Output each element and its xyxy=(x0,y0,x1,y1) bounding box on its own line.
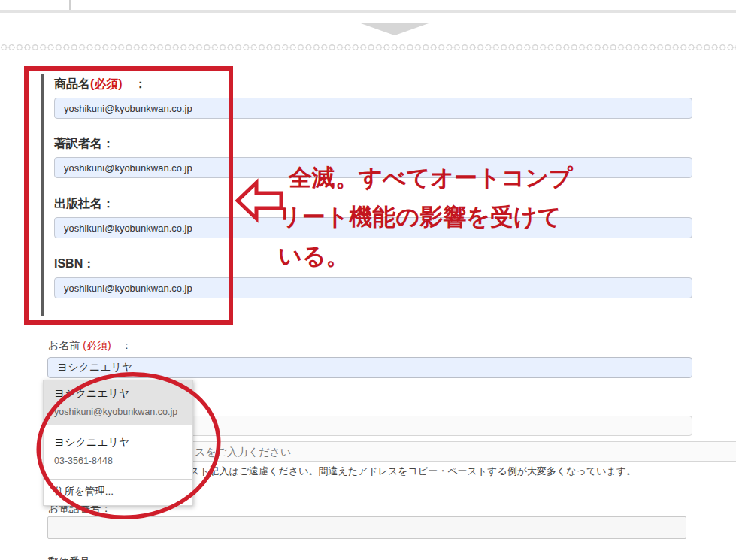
left-arrow-annotation-icon xyxy=(238,183,281,219)
suggestion-name: ヨシクニエリヤ xyxy=(54,436,182,450)
isbn-input[interactable] xyxy=(54,277,692,298)
required-badge: (必須) xyxy=(90,77,123,90)
autofill-suggestion[interactable]: ヨシクニエリヤ yoshikuni@kyobunkwan.co.jp xyxy=(44,380,192,425)
phone-input[interactable] xyxy=(47,516,686,539)
manage-addresses-item[interactable]: 住所を管理... xyxy=(44,479,192,505)
product-name-label-text: 商品名 xyxy=(54,77,90,90)
autofill-suggestion[interactable]: ヨシクニエリヤ 03-3561-8448 xyxy=(44,425,192,479)
name-input[interactable] xyxy=(47,357,692,378)
isbn-label: ISBN： xyxy=(54,256,95,272)
name-label: お名前 (必須) ： xyxy=(48,339,132,353)
top-section-divider xyxy=(0,10,736,13)
product-name-label: 商品名(必須) ： xyxy=(54,77,147,92)
author-input[interactable] xyxy=(54,157,692,178)
publisher-input[interactable] xyxy=(54,217,692,238)
suggestion-name: ヨシクニエリヤ xyxy=(54,387,182,401)
scroll-down-arrow-icon xyxy=(359,23,431,35)
annotation-line: いる。 xyxy=(278,237,573,276)
suggestion-detail: 03-3561-8448 xyxy=(54,456,182,466)
blockquote-bar xyxy=(41,74,44,316)
author-label: 著訳者名： xyxy=(54,136,114,152)
autofill-dropdown: ヨシクニエリヤ yoshikuni@kyobunkwan.co.jp ヨシクニエ… xyxy=(43,380,193,506)
label-colon: ： xyxy=(123,77,147,90)
suggestion-detail: yoshikuni@kyobunkwan.co.jp xyxy=(54,407,182,417)
publisher-label: 出版社名： xyxy=(54,196,114,212)
name-label-text: お名前 xyxy=(48,339,83,351)
top-box-edge xyxy=(69,0,71,10)
page: 商品名(必須) ： 著訳者名： 出版社名： ISBN： お名前 (必須) ： ス… xyxy=(0,0,736,560)
next-field-label-cutoff: 郵便番号 xyxy=(48,555,90,560)
product-name-input[interactable] xyxy=(54,98,692,119)
dotted-separator xyxy=(0,44,736,51)
required-badge: (必須) xyxy=(83,339,111,351)
label-colon: ： xyxy=(111,339,132,351)
email-note: スト記入はご遠慮ください。間違えたアドレスをコピー・ペーストする例が大変多くなっ… xyxy=(189,465,636,478)
